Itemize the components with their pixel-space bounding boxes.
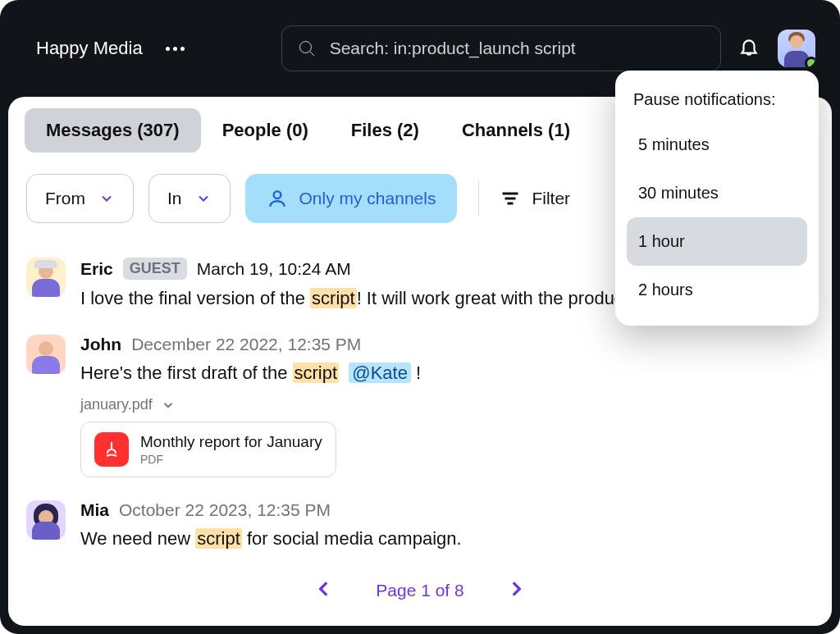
filter-in-label: In: [167, 189, 182, 208]
app-frame: Happy Media Messages (307) People (0) Fi…: [0, 0, 840, 634]
tab-messages[interactable]: Messages (307): [25, 108, 201, 153]
avatar: [26, 500, 66, 540]
avatar: [26, 335, 66, 374]
user-avatar[interactable]: [778, 30, 815, 67]
tab-channels[interactable]: Channels (1): [441, 108, 591, 153]
message-text: Here's the first draft of the script @Ka…: [80, 359, 421, 386]
author-name: Eric: [80, 259, 113, 279]
notifications-button[interactable]: [738, 36, 760, 61]
message-date: December 22 2022, 12:35 PM: [131, 335, 361, 354]
filter-button[interactable]: Filter: [500, 189, 570, 208]
tab-people[interactable]: People (0): [201, 108, 330, 153]
file-attachment[interactable]: Monthly report for January PDF: [80, 422, 336, 477]
message-body: Mia October 22 2023, 12:35 PM We need ne…: [80, 500, 462, 552]
chevron-left-icon: [313, 578, 335, 600]
guest-badge: GUEST: [123, 258, 187, 280]
only-my-channels-label: Only my channels: [299, 189, 436, 208]
tab-files[interactable]: Files (2): [330, 108, 441, 153]
message-body: Eric GUEST March 19, 10:24 AM I love the…: [80, 258, 623, 312]
chevron-down-icon: [195, 190, 212, 207]
search-highlight: script: [293, 363, 340, 383]
divider: [478, 180, 479, 217]
topbar-right: [738, 30, 815, 67]
filter-in[interactable]: In: [148, 174, 231, 223]
pause-notifications-popover: Pause notifications: 5 minutes 30 minute…: [615, 71, 819, 326]
mention[interactable]: @Kate: [349, 363, 411, 383]
chevron-right-icon: [505, 578, 527, 600]
filter-from[interactable]: From: [26, 174, 134, 223]
file-title: Monthly report for January: [140, 433, 322, 451]
prev-page-button[interactable]: [313, 578, 335, 603]
message-date: October 22 2023, 12:35 PM: [119, 500, 331, 520]
presence-indicator: [805, 57, 815, 67]
pause-option-5m[interactable]: 5 minutes: [627, 121, 807, 169]
message-body: John December 22 2022, 12:35 PM Here's t…: [80, 335, 421, 477]
message-text: I love the final version of the script! …: [80, 285, 623, 312]
filter-from-label: From: [45, 189, 85, 208]
svg-point-2: [273, 191, 281, 198]
author-name: Mia: [80, 500, 109, 520]
svg-line-1: [309, 52, 314, 57]
file-meta: Monthly report for January PDF: [140, 433, 322, 466]
bell-icon: [738, 36, 760, 57]
attachment-filename: january.pdf: [80, 396, 153, 413]
message-date: March 19, 10:24 AM: [197, 259, 351, 279]
search-field[interactable]: [281, 25, 721, 71]
file-type: PDF: [140, 453, 322, 466]
chevron-down-icon: [161, 398, 176, 413]
popover-title: Pause notifications:: [627, 87, 807, 121]
workspace-more-icon[interactable]: [166, 47, 185, 51]
message-item[interactable]: John December 22 2022, 12:35 PM Here's t…: [26, 326, 814, 492]
pager: Page 1 of 8: [8, 567, 832, 611]
next-page-button[interactable]: [505, 578, 527, 603]
author-name: John: [80, 335, 121, 354]
pdf-icon: [94, 432, 129, 467]
search-highlight: script: [195, 528, 242, 549]
pause-option-2h[interactable]: 2 hours: [627, 266, 807, 314]
filter-label: Filter: [532, 189, 570, 208]
search-icon: [297, 39, 317, 58]
person-icon: [267, 188, 288, 209]
search-highlight: script: [310, 288, 357, 308]
workspace-name[interactable]: Happy Media: [36, 38, 143, 59]
svg-rect-5: [508, 203, 513, 204]
message-text: We need new script for social media camp…: [80, 525, 462, 552]
message-item[interactable]: Mia October 22 2023, 12:35 PM We need ne…: [26, 492, 814, 567]
pause-option-30m[interactable]: 30 minutes: [627, 169, 807, 217]
attachment-toggle[interactable]: january.pdf: [80, 396, 421, 413]
pager-label: Page 1 of 8: [376, 581, 463, 600]
only-my-channels-toggle[interactable]: Only my channels: [245, 174, 458, 223]
filter-icon: [500, 189, 520, 208]
svg-rect-4: [505, 198, 515, 199]
search-input[interactable]: [330, 39, 705, 58]
pause-option-1h[interactable]: 1 hour: [627, 217, 807, 266]
svg-point-0: [299, 42, 311, 53]
avatar: [26, 258, 66, 297]
svg-rect-3: [503, 193, 518, 194]
chevron-down-icon: [98, 190, 115, 207]
